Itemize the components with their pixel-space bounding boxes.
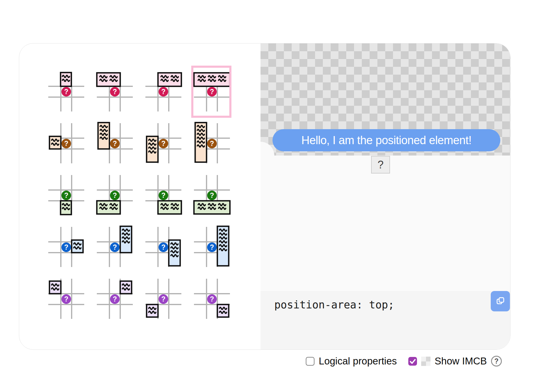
svg-text:?: ? [113,88,117,96]
svg-text:?: ? [64,243,68,251]
show-imcb-checkbox[interactable] [408,357,417,366]
code-area: position-area: top; [261,291,510,349]
tile-bottom[interactable]: ? [192,170,231,221]
tile-right-span-top[interactable]: ? [94,221,134,273]
svg-text:?: ? [210,192,214,199]
svg-text:?: ? [64,140,68,147]
tile-bottom-center[interactable]: ? [46,170,85,221]
svg-text:?: ? [161,140,165,147]
svg-text:?: ? [210,88,214,96]
svg-text:?: ? [161,243,165,251]
tile-right[interactable]: ? [192,221,231,273]
transparency-swatch-icon [421,357,430,366]
svg-text:?: ? [161,295,165,303]
anchor-element[interactable]: ? [371,156,390,174]
tile-bottom-span-left[interactable]: ? [94,170,134,221]
tile-bottom-left[interactable]: ? [143,273,183,325]
svg-text:?: ? [113,192,117,199]
logical-properties-checkbox[interactable] [306,357,314,366]
tile-top-span-left[interactable]: ? [94,66,134,117]
svg-text:?: ? [210,140,214,147]
code-text: position-area: top; [274,299,394,311]
svg-text:?: ? [161,88,165,96]
logical-properties-label[interactable]: Logical properties [319,355,397,367]
tile-left-span-top[interactable]: ? [94,118,134,169]
tile-bottom-right[interactable]: ? [192,273,231,325]
tile-right-span-bottom[interactable]: ? [143,221,183,273]
svg-text:?: ? [64,88,68,96]
tile-bottom-span-right[interactable]: ? [143,170,183,221]
copy-button[interactable] [491,291,510,311]
positioned-element: Hello, I am the positioned element! [272,129,500,151]
svg-text:?: ? [210,243,214,251]
copy-icon [495,296,505,307]
tile-top[interactable]: ? [192,66,231,117]
tile-top-span-right[interactable]: ? [143,66,183,117]
tile-top-center[interactable]: ? [46,66,85,117]
svg-text:?: ? [113,140,117,147]
svg-text:?: ? [64,192,68,199]
tile-top-left[interactable]: ? [46,273,85,325]
tile-top-right[interactable]: ? [94,273,134,325]
svg-text:?: ? [113,243,117,251]
svg-text:?: ? [161,192,165,199]
tile-left-span-bottom[interactable]: ? [143,118,183,169]
svg-text:?: ? [113,295,117,303]
svg-text:?: ? [64,295,68,303]
show-imcb-label[interactable]: Show IMCB [435,355,487,367]
position-area-demo-card: ? ? ? ? ? ? [19,43,511,350]
position-area-option-grid: ? ? ? ? ? ? [19,43,261,349]
svg-text:?: ? [210,295,214,303]
tile-right-center[interactable]: ? [46,221,85,273]
tile-left-center[interactable]: ? [46,118,85,169]
help-icon[interactable]: ? [491,356,502,367]
tile-left[interactable]: ? [192,118,231,169]
controls-row: Logical properties Show IMCB ? [306,355,502,368]
preview-panel: Hello, I am the positioned element! ? po… [261,43,510,349]
